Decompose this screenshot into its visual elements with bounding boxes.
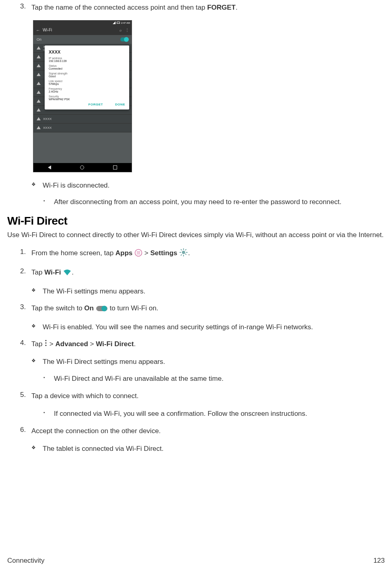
- svg-point-22: [45, 342, 47, 343]
- back-icon[interactable]: ←: [36, 28, 40, 33]
- dlg-label: Frequency: [49, 87, 125, 90]
- nav-home-icon[interactable]: [80, 165, 84, 169]
- sub-bullet: ❖ Wi-Fi is enabled. You will see the nam…: [31, 322, 385, 332]
- toggle-on-icon: [96, 305, 108, 315]
- intro-paragraph: Use Wi-Fi Direct to connect directly to …: [7, 230, 385, 240]
- wifi-icon: [37, 46, 41, 50]
- step-text: Accept the connection on the other devic…: [31, 426, 385, 436]
- step-text: Tap Wi-Fi .: [31, 267, 385, 279]
- svg-point-21: [45, 340, 47, 341]
- nav-bar: [33, 163, 132, 172]
- text: From the home screen, tap: [31, 249, 116, 257]
- text: .: [188, 249, 190, 257]
- step-number: 3.: [20, 303, 31, 315]
- net-name: XXXX: [43, 117, 52, 121]
- text: Tap the name of the connected access poi…: [31, 4, 207, 11]
- sub-bullet: ❖ Wi-Fi is disconnected.: [31, 180, 385, 191]
- sub-text: The tablet is connected via Wi-Fi Direct…: [43, 444, 385, 454]
- on-label: On: [37, 37, 41, 41]
- overflow-icon: [44, 339, 47, 350]
- footer-left: Connectivity: [7, 557, 45, 565]
- app-title: Wi-Fi: [43, 28, 117, 32]
- section-heading: Wi-Fi Direct: [7, 215, 385, 227]
- wifi-icon: [37, 117, 41, 120]
- svg-rect-12: [183, 255, 184, 256]
- sub-text: The Wi-Fi Direct settings menu appears.: [43, 357, 385, 367]
- step-number: 1.: [20, 248, 31, 260]
- svg-point-3: [139, 251, 140, 252]
- step-number: 6.: [20, 426, 31, 436]
- text: to turn Wi-Fi on.: [108, 304, 159, 312]
- wifi-icon: [37, 82, 41, 85]
- step-4: 4. Tap > Advanced > Wi-Fi Direct.: [20, 339, 385, 350]
- sub-bullet: ❖ The Wi-Fi settings menu appears.: [31, 286, 385, 297]
- square-bullet-icon: ▪: [43, 374, 54, 384]
- text: >: [88, 340, 96, 348]
- signal-icon: [113, 21, 116, 24]
- status-time: 2:47 AM: [121, 22, 130, 24]
- settings-label: Settings: [150, 249, 177, 257]
- sub2-text: After disconnecting from an access point…: [54, 197, 385, 207]
- sub-bullet: ❖ The Wi-Fi Direct settings menu appears…: [31, 357, 385, 367]
- wifi-icon: [37, 64, 41, 67]
- step-text: Tap > Advanced > Wi-Fi Direct.: [31, 339, 385, 350]
- net-name: XXXX: [43, 126, 52, 130]
- phone-screenshot: 2:47 AM ← Wi-Fi ⌕ ⋮ On XXXX Connected XX…: [33, 20, 132, 172]
- apps-icon: [134, 249, 142, 260]
- svg-rect-15: [181, 249, 182, 250]
- dlg-value: 2.4GHz: [49, 90, 125, 93]
- dlg-label: Signal strength: [49, 72, 125, 75]
- svg-rect-14: [186, 252, 188, 253]
- square-bullet-icon: ▪: [43, 197, 54, 207]
- diamond-bullet-icon: ❖: [31, 286, 43, 297]
- text: .: [235, 4, 237, 11]
- done-button[interactable]: DONE: [115, 103, 125, 106]
- text: Tap: [31, 340, 44, 348]
- net-row[interactable]: XXXX: [33, 115, 132, 124]
- forget-button[interactable]: FORGET: [89, 103, 103, 106]
- settings-icon: [179, 248, 188, 260]
- wifi-icon: [37, 91, 41, 94]
- step-text: Tap a device with which to connect.: [31, 391, 385, 401]
- diamond-bullet-icon: ❖: [31, 322, 43, 332]
- sub-text: The Wi-Fi settings menu appears.: [43, 286, 385, 297]
- dlg-label: IP address: [49, 57, 125, 60]
- svg-point-7: [137, 254, 138, 254]
- on-label: On: [84, 304, 94, 312]
- text: >: [144, 249, 151, 257]
- sub2-text: If connected via Wi-Fi, you will see a c…: [54, 409, 385, 419]
- diamond-bullet-icon: ❖: [31, 180, 43, 191]
- nav-back-icon[interactable]: [48, 165, 51, 169]
- forget-label: FORGET: [207, 4, 236, 11]
- step-number: 2.: [20, 267, 31, 279]
- dlg-value: WPA/WPA2 PSK: [49, 98, 125, 101]
- search-icon[interactable]: ⌕: [120, 28, 122, 32]
- text: .: [72, 268, 74, 276]
- square-bullet-icon: ▪: [43, 409, 54, 419]
- text: Tap the switch to: [31, 304, 84, 312]
- on-row: On: [33, 35, 132, 44]
- text: >: [47, 340, 55, 348]
- wifi-toggle[interactable]: [120, 37, 128, 41]
- dlg-label: Status: [49, 64, 125, 67]
- dlg-value: 192.168.0.139: [49, 60, 125, 62]
- nav-recent-icon[interactable]: [113, 165, 117, 169]
- sub2-bullet: ▪ After disconnecting from an access poi…: [43, 197, 385, 207]
- step-text: Tap the name of the connected access poi…: [31, 2, 385, 13]
- overflow-icon[interactable]: ⋮: [125, 28, 129, 32]
- net-row[interactable]: XXXX: [33, 124, 132, 132]
- advanced-label: Advanced: [56, 340, 88, 348]
- dialog-title: XXXX: [49, 50, 125, 54]
- text: .: [134, 340, 136, 348]
- wifi-icon: [37, 99, 41, 103]
- svg-point-20: [101, 306, 107, 311]
- step-2: 2. Tap Wi-Fi .: [20, 267, 385, 279]
- dlg-value: Connected: [49, 67, 125, 70]
- svg-point-10: [182, 251, 185, 254]
- svg-rect-13: [179, 252, 181, 253]
- wifi-icon: [63, 269, 72, 279]
- diamond-bullet-icon: ❖: [31, 357, 43, 367]
- step-3b: 3. Tap the switch to On to turn Wi-Fi on…: [20, 303, 385, 315]
- sub2-bullet: ▪ Wi-Fi Direct and Wi-Fi are unavailable…: [43, 374, 385, 384]
- svg-rect-17: [181, 254, 182, 256]
